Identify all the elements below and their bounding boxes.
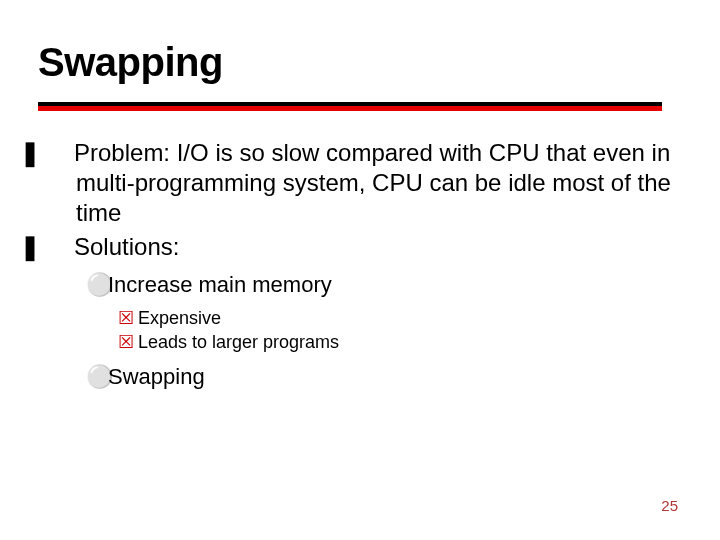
- bullet-text: Solutions:: [74, 233, 179, 260]
- bullet-expensive: ☒Expensive: [118, 306, 676, 330]
- bullet-text: Swapping: [108, 364, 205, 389]
- bullet-text: Expensive: [138, 308, 221, 328]
- slide: Swapping ❚Problem: I/O is so slow compar…: [0, 0, 720, 540]
- crossbox-bullet-icon: ☒: [118, 330, 136, 354]
- crossbox-bullet-icon: ☒: [118, 306, 136, 330]
- divider-red: [38, 106, 662, 111]
- sub-list: ⚪Increase main memory ☒Expensive ☒Leads …: [86, 270, 676, 392]
- slide-body: ❚Problem: I/O is so slow compared with C…: [48, 138, 676, 392]
- bullet-increase-memory: ⚪Increase main memory: [86, 270, 676, 300]
- slide-title: Swapping: [38, 40, 223, 85]
- page-number: 25: [661, 497, 678, 514]
- square-bullet-icon: ❚: [48, 232, 70, 262]
- bullet-larger-programs: ☒Leads to larger programs: [118, 330, 676, 354]
- circle-bullet-icon: ⚪: [86, 362, 106, 392]
- bullet-solutions: ❚Solutions:: [48, 232, 676, 262]
- circle-bullet-icon: ⚪: [86, 270, 106, 300]
- square-bullet-icon: ❚: [48, 138, 70, 168]
- bullet-text: Leads to larger programs: [138, 332, 339, 352]
- bullet-problem: ❚Problem: I/O is so slow compared with C…: [48, 138, 676, 228]
- bullet-swapping: ⚪Swapping: [86, 362, 676, 392]
- bullet-text: Problem: I/O is so slow compared with CP…: [74, 139, 671, 226]
- bullet-text: Increase main memory: [108, 272, 332, 297]
- sub-sub-list: ☒Expensive ☒Leads to larger programs: [118, 306, 676, 355]
